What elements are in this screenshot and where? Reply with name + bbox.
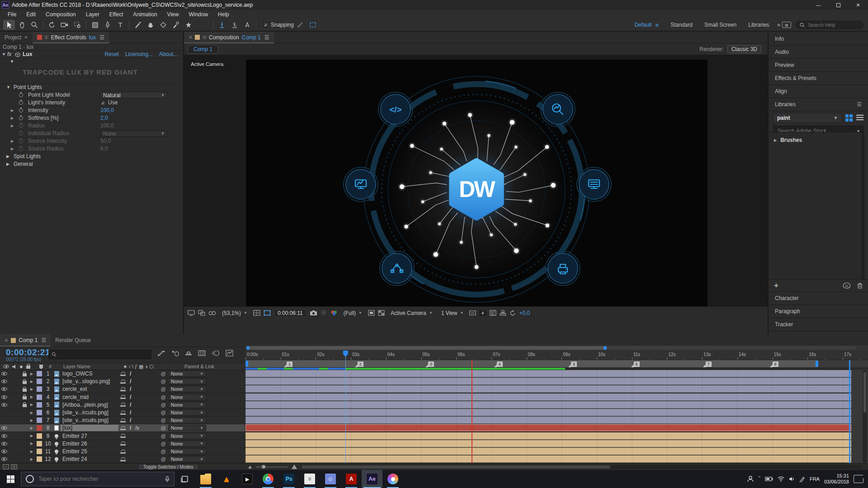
eraser-tool[interactable]	[157, 20, 169, 30]
param-expander[interactable]: ▶	[11, 137, 14, 145]
layer-switches[interactable]: /	[118, 386, 158, 392]
menu-help[interactable]: Help	[214, 10, 233, 19]
speaker-icon[interactable]	[789, 476, 795, 482]
shy-icon[interactable]	[120, 426, 126, 430]
pickwhip-icon[interactable]: @	[160, 371, 165, 376]
quality-icon[interactable]: /	[130, 394, 131, 400]
layer-switches[interactable]	[118, 434, 158, 438]
trash-icon[interactable]	[857, 282, 863, 289]
hide-shy-icon[interactable]	[185, 350, 192, 357]
clock[interactable]: 15:31 03/06/2018	[824, 473, 849, 485]
draft-3d-icon[interactable]	[171, 350, 179, 357]
layer-name[interactable]: Emitter 27	[61, 433, 118, 439]
parent-link-dropdown[interactable]: None▼	[168, 433, 206, 439]
shy-icon[interactable]	[120, 457, 126, 461]
stopwatch-icon[interactable]	[19, 131, 23, 136]
viewer-timecode[interactable]: 0:00:06:11	[274, 309, 307, 317]
checkbox-icon[interactable]: ✓	[100, 100, 106, 106]
stopwatch-icon[interactable]	[19, 101, 23, 105]
quality-icon[interactable]: /	[130, 402, 131, 408]
layer-switches[interactable]: /	[118, 417, 158, 423]
shy-icon[interactable]	[120, 434, 126, 438]
minimize-button[interactable]: —	[808, 0, 828, 10]
layer-expander[interactable]: ▶	[28, 387, 35, 391]
file-explorer-icon[interactable]	[195, 470, 216, 488]
local-axis-mode-icon[interactable]	[216, 20, 228, 30]
stopwatch-icon[interactable]	[19, 124, 23, 128]
roto-brush-tool[interactable]	[170, 20, 182, 30]
expand-layer-switches-icon[interactable]	[3, 464, 9, 469]
effect-param-individual-radius[interactable]: Individual RadiusNone▼	[0, 130, 183, 137]
param-checkbox[interactable]: ✓Use	[100, 100, 118, 106]
reset-exposure-icon[interactable]	[509, 310, 516, 316]
layer-track-bar-6[interactable]	[245, 409, 851, 416]
selection-tool[interactable]	[3, 20, 15, 30]
battery-icon[interactable]	[765, 477, 773, 481]
parent-link-dropdown[interactable]: None▼	[168, 441, 206, 447]
hidden-icons-chevron[interactable]: ˆ	[759, 476, 760, 482]
param-value[interactable]: 6,0	[100, 145, 108, 153]
group-expander[interactable]: ▼	[6, 84, 10, 91]
pickwhip-icon[interactable]: @	[160, 456, 165, 462]
zoom-out-mountain-icon[interactable]	[248, 465, 252, 469]
layer-row-5[interactable]: ▶5[Artboa...plein.png]/@None▼	[0, 401, 245, 409]
parent-pickwhip[interactable]: @	[158, 394, 168, 400]
panel-info[interactable]: Info	[769, 33, 868, 46]
layer-name[interactable]: [site_v...ircuits.png]	[61, 409, 118, 416]
effect-param-intensity[interactable]: ▶Intensity100,0	[0, 107, 183, 114]
work-area-start-handle[interactable]	[245, 361, 248, 367]
param-expander[interactable]: ▶	[11, 114, 14, 122]
layer-visibility-toggle[interactable]	[0, 372, 8, 375]
shy-icon[interactable]	[120, 403, 126, 407]
effect-param-softness-[interactable]: ▶Softness [%]2,0	[0, 114, 183, 122]
quality-icon[interactable]: /	[130, 417, 131, 423]
panel-effects-presets[interactable]: Effects & Presets	[769, 72, 868, 85]
current-timecode[interactable]: 0:00:02:21	[6, 347, 50, 357]
workspace-small-screen[interactable]: Small Screen	[704, 22, 736, 28]
libraries-scrollbar[interactable]	[862, 132, 864, 279]
layer-label-swatch[interactable]	[35, 449, 43, 454]
quality-icon[interactable]: /	[130, 409, 131, 416]
layer-switches[interactable]: /	[118, 402, 158, 408]
param-value[interactable]: 100,0	[100, 107, 114, 114]
layer-switches[interactable]	[118, 441, 158, 446]
parent-pickwhip[interactable]: @	[158, 371, 168, 376]
layer-row-8[interactable]: ▶8[lux]/fx@None▼	[0, 424, 245, 432]
layer-label-swatch[interactable]	[35, 441, 43, 446]
layer-expander[interactable]: ▶	[28, 411, 35, 415]
timeline-search[interactable]	[48, 350, 151, 359]
parent-link-dropdown[interactable]: None▼	[168, 448, 206, 455]
group-expander[interactable]: ▶	[6, 153, 9, 160]
wifi-icon[interactable]	[778, 476, 784, 482]
layer-label-swatch[interactable]	[35, 394, 43, 400]
expand-transfer-controls-icon[interactable]	[11, 464, 17, 469]
panel-libraries[interactable]: Libraries ☰	[769, 98, 868, 111]
people-icon[interactable]	[747, 476, 754, 482]
mic-icon[interactable]	[165, 476, 170, 483]
quality-icon[interactable]: /	[130, 378, 131, 385]
layer-track-bar-2[interactable]	[245, 378, 851, 385]
panel-menu-icon[interactable]: ☰	[264, 34, 269, 41]
group-expander[interactable]: ▶	[6, 160, 9, 168]
param-value[interactable]: 50,0	[100, 137, 111, 145]
param-expander[interactable]: ▶	[11, 122, 14, 130]
layer-row-1[interactable]: ▶1logo_OWCS/@None▼	[0, 370, 245, 378]
media-player-icon[interactable]: ▶	[237, 470, 258, 488]
param-value[interactable]: 100,0	[100, 122, 114, 130]
pickwhip-icon[interactable]: @	[160, 449, 165, 454]
layer-tracks[interactable]	[245, 370, 868, 463]
layer-name[interactable]: [Artboa...plein.png]	[61, 402, 118, 408]
layer-label-swatch[interactable]	[35, 410, 43, 415]
layer-row-3[interactable]: ▶3cercle_ext/@None▼	[0, 385, 245, 393]
windows-search[interactable]	[21, 472, 175, 486]
layer-switches[interactable]: /	[118, 394, 158, 400]
stopwatch-icon[interactable]	[19, 93, 23, 97]
navigator-end-handle[interactable]	[604, 346, 607, 350]
layer-track-bar-12[interactable]	[245, 455, 851, 463]
layer-expander[interactable]: ▶	[28, 450, 35, 454]
pickwhip-icon[interactable]: @	[160, 394, 165, 400]
layer-name[interactable]: Emitter 25	[61, 448, 118, 455]
comp-marker[interactable]: 2	[358, 361, 363, 367]
view-count-dropdown[interactable]: 1 View▼	[439, 309, 467, 317]
grid-view-icon[interactable]	[845, 114, 853, 122]
